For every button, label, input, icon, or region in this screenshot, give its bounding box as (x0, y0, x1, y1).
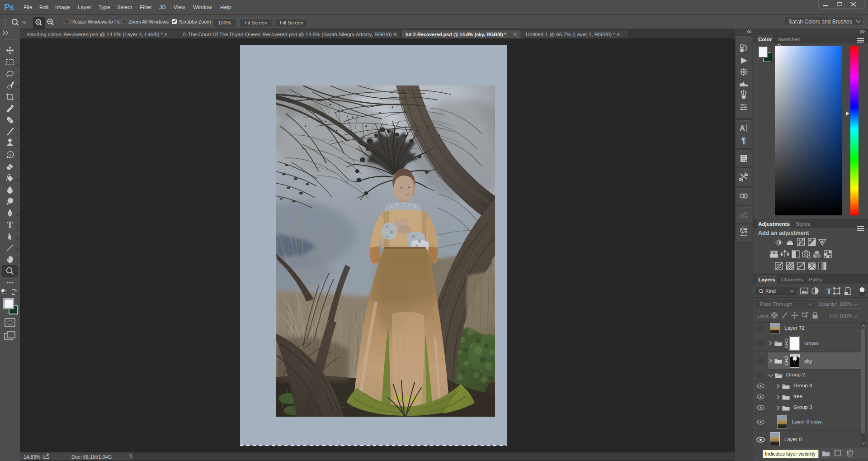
svg-text:T: T (7, 220, 13, 229)
svg-text:A: A (740, 124, 745, 132)
svg-text:T: T (826, 287, 832, 295)
svg-text:¶: ¶ (741, 136, 746, 145)
